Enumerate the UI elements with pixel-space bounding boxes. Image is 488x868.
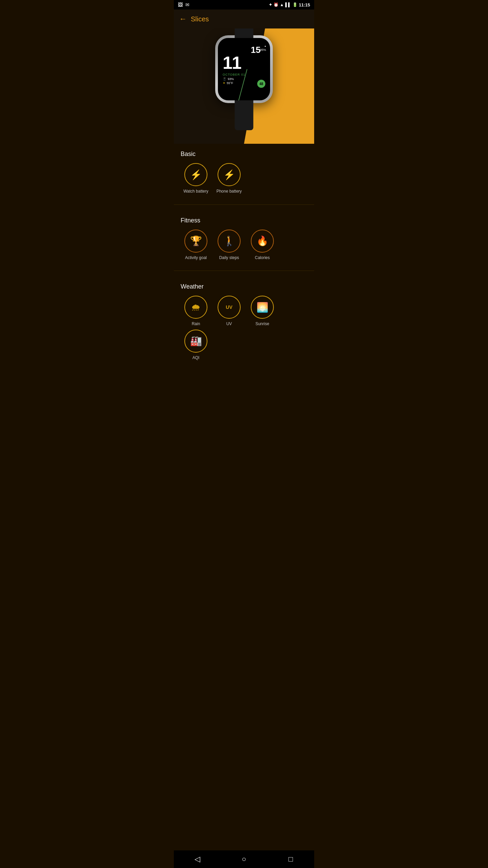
uv-label: UV: [226, 321, 232, 327]
fitness-section: Fitness 🏆 Activity goal 🚶 Daily steps 🔥 …: [174, 210, 314, 270]
watch-battery-percent: 95%: [260, 48, 266, 52]
aqi-label: AQI: [192, 355, 200, 361]
uv-item[interactable]: UV UV: [214, 296, 244, 327]
gmail-icon: ✉: [185, 2, 189, 7]
calories-icon-circle: 🔥: [251, 230, 274, 253]
watch-date: OCTOBER 01: [223, 73, 245, 76]
wifi-icon: ▲: [280, 2, 284, 7]
status-bar-left: 🖼 ✉: [178, 2, 189, 7]
fitness-section-title: Fitness: [181, 217, 307, 224]
calories-label: Calories: [255, 255, 270, 261]
watch-minutes: 15: [251, 45, 261, 55]
sunrise-icon-circle: 🌅: [251, 296, 274, 319]
watch-sun-icon: ☀: [223, 81, 225, 85]
status-bar: 🖼 ✉ ✦ ⏰ ▲ ▌▌ 🔋 11:15: [174, 0, 314, 9]
rain-icon-circle: 🌧: [184, 296, 207, 319]
sunrise-item[interactable]: 🌅 Sunrise: [247, 296, 278, 327]
uv-icon-circle: UV: [218, 296, 241, 319]
alarm-icon: ⏰: [273, 2, 279, 7]
watch-screen: 11 15 ▪ 95% OCTOBER 01 📱 93% ☀ 55°F 48: [218, 38, 270, 100]
page-title: Slices: [191, 15, 209, 23]
activity-goal-item[interactable]: 🏆 Activity goal: [181, 230, 211, 261]
nav-home-button[interactable]: ○: [234, 850, 254, 868]
weather-section-title: Weather: [181, 283, 307, 290]
bottom-spacer: [174, 369, 314, 390]
phone-battery-icon-circle: ⚡: [218, 163, 241, 186]
phone-battery-icon-symbol: ⚡: [223, 169, 235, 180]
back-button[interactable]: ←: [179, 15, 187, 23]
uv-icon-symbol: UV: [226, 304, 232, 310]
basic-divider: [174, 204, 314, 205]
watch-preview: 11 15 ▪ 95% OCTOBER 01 📱 93% ☀ 55°F 48: [215, 35, 273, 103]
aqi-icon-circle: 🏭: [184, 330, 207, 353]
rain-item[interactable]: 🌧 Rain: [181, 296, 211, 327]
nav-bar: ◁ ○ □: [174, 850, 314, 868]
status-bar-right: ✦ ⏰ ▲ ▌▌ 🔋 11:15: [269, 2, 310, 7]
fitness-items-row: 🏆 Activity goal 🚶 Daily steps 🔥 Calories: [181, 230, 307, 261]
watch-phone-row: 📱 93%: [223, 77, 234, 81]
activity-goal-icon-circle: 🏆: [184, 230, 207, 253]
daily-steps-label: Daily steps: [219, 255, 239, 261]
nav-recent-button[interactable]: □: [281, 850, 301, 868]
watch-phone-percent: 93%: [228, 77, 234, 81]
watch-body: 11 15 ▪ 95% OCTOBER 01 📱 93% ☀ 55°F 48: [215, 35, 273, 103]
phone-battery-label: Phone battery: [217, 189, 242, 194]
watch-band-top: [235, 28, 253, 38]
basic-section: Basic ⚡ Watch battery ⚡ Phone battery: [174, 144, 314, 203]
top-bar: ← Slices: [174, 9, 314, 28]
signal-icon: ▌▌: [285, 2, 291, 7]
gallery-icon: 🖼: [178, 2, 183, 7]
rain-icon-symbol: 🌧: [191, 302, 201, 313]
daily-steps-icon-circle: 🚶: [218, 230, 241, 253]
nav-home-icon: ○: [242, 855, 246, 864]
time-display: 11:15: [299, 2, 310, 7]
watch-battery-icon-symbol: ⚡: [190, 169, 202, 180]
battery-icon: 🔋: [292, 2, 298, 7]
weather-section: Weather 🌧 Rain UV UV 🌅 Sunrise 🏭 AQI: [174, 276, 314, 369]
rain-label: Rain: [192, 321, 200, 327]
nav-back-icon: ◁: [195, 855, 200, 864]
nav-recent-icon: □: [288, 855, 293, 864]
bluetooth-icon: ✦: [269, 2, 272, 7]
watch-hour: 11: [223, 54, 241, 72]
watch-battery-item[interactable]: ⚡ Watch battery: [181, 163, 211, 194]
fitness-divider: [174, 271, 314, 271]
watch-steps-badge: 48: [257, 79, 266, 88]
sunrise-icon-symbol: 🌅: [257, 302, 268, 313]
aqi-icon-symbol: 🏭: [190, 335, 202, 347]
nav-back-button[interactable]: ◁: [187, 850, 207, 868]
watch-temperature: 55°F: [227, 81, 233, 85]
daily-steps-item[interactable]: 🚶 Daily steps: [214, 230, 244, 261]
calories-icon-symbol: 🔥: [257, 235, 268, 246]
watch-weather-row: ☀ 55°F: [223, 81, 233, 85]
weather-items-row: 🌧 Rain UV UV 🌅 Sunrise 🏭 AQI: [181, 296, 307, 360]
watch-battery-icon: ▪: [265, 44, 266, 48]
daily-steps-icon-symbol: 🚶: [223, 235, 235, 246]
calories-item[interactable]: 🔥 Calories: [247, 230, 278, 261]
aqi-item[interactable]: 🏭 AQI: [181, 330, 211, 361]
activity-goal-label: Activity goal: [185, 255, 207, 261]
watch-battery-icon-circle: ⚡: [184, 163, 207, 186]
hero-section: 11 15 ▪ 95% OCTOBER 01 📱 93% ☀ 55°F 48: [174, 28, 314, 144]
basic-items-row: ⚡ Watch battery ⚡ Phone battery: [181, 163, 307, 194]
watch-battery-label: Watch battery: [183, 189, 208, 194]
watch-phone-icon: 📱: [223, 77, 226, 81]
sunrise-label: Sunrise: [256, 321, 269, 327]
phone-battery-item[interactable]: ⚡ Phone battery: [214, 163, 244, 194]
activity-goal-icon-symbol: 🏆: [190, 235, 202, 246]
basic-section-title: Basic: [181, 151, 307, 158]
watch-band-bottom: [235, 100, 253, 130]
